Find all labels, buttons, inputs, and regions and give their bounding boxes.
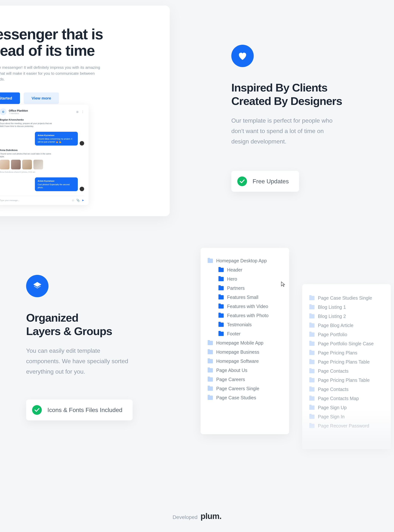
msg-text: I found some cool photos that we could t…: [0, 152, 52, 158]
folder-icon: [218, 323, 224, 327]
layer-item[interactable]: Page Pricing Plans: [309, 348, 384, 357]
folder-icon: [309, 378, 315, 382]
section-organized: Organized Layers & Groups You can easily…: [26, 275, 142, 421]
view-more-button[interactable]: View more: [24, 92, 59, 104]
layer-label: Features with Video: [227, 304, 268, 309]
layer-label: Page Blog Article: [318, 323, 353, 328]
layer-item[interactable]: Page Portfolio: [309, 330, 384, 339]
layer-item[interactable]: Page Careers Single: [208, 384, 282, 393]
svg-point-0: [90, 151, 145, 188]
layer-label: Homepage Business: [216, 350, 259, 355]
layer-label: Page Careers: [216, 377, 245, 382]
layer-item[interactable]: Page Case Studies: [208, 393, 282, 402]
svg-point-1: [96, 149, 137, 182]
folder-icon: [218, 314, 224, 318]
layer-label: Page Portfolio: [318, 332, 347, 337]
layer-item[interactable]: Features with Photo: [208, 311, 282, 320]
layer-item[interactable]: Page Blog Article: [309, 321, 384, 330]
folder-icon: [309, 305, 315, 309]
layer-item[interactable]: Page Contacts: [309, 385, 384, 394]
layer-item[interactable]: Page Case Studies Single: [309, 294, 384, 303]
msg-text: Guys about the meeting, prepare all your…: [0, 122, 52, 128]
layer-item[interactable]: Hero: [208, 274, 282, 284]
decorative-blob: [89, 123, 145, 198]
emoji-icon[interactable]: ☺: [72, 199, 74, 202]
folder-icon: [309, 396, 315, 401]
folder-icon: [218, 286, 224, 290]
layer-label: Page Pricing Plans Table: [318, 378, 370, 383]
inspired-desc: Our template is perfect for people who d…: [231, 115, 336, 147]
layer-item[interactable]: Page Pricing Plans Table: [309, 376, 384, 385]
get-started-button[interactable]: Get Started: [0, 92, 20, 104]
folder-icon: [208, 386, 213, 391]
layer-item[interactable]: Page Contacts: [309, 366, 384, 376]
cursor-icon: [281, 281, 285, 288]
layer-item[interactable]: Features Small: [208, 293, 282, 302]
layer-item[interactable]: Page Contacts Map: [309, 394, 384, 403]
layer-label: Hero: [227, 276, 237, 282]
folder-icon: [218, 304, 224, 309]
layer-item[interactable]: Homepage Business: [208, 348, 282, 357]
layer-label: Header: [227, 267, 242, 273]
check-icon: [32, 405, 42, 415]
more-icon[interactable]: ⋮: [81, 110, 84, 114]
check-icon: [237, 177, 247, 186]
chat-room-name: Office Plankton: [9, 109, 28, 112]
layer-label: Page Careers Single: [216, 386, 259, 391]
inspired-title: Inspired By Clients Created By Designers: [231, 81, 366, 108]
layer-label: Page Pricing Plans: [318, 350, 357, 355]
msg-blue-bubble: Artem Kyznetsov Cool photos! Especially …: [35, 177, 78, 191]
svg-point-6: [132, 185, 134, 187]
folder-icon: [208, 395, 213, 400]
layer-label: Page Contacts Map: [318, 396, 359, 401]
layer-item[interactable]: Page Careers: [208, 375, 282, 384]
chat-room-members: 7 members: [9, 112, 28, 114]
layer-item[interactable]: Header: [208, 265, 282, 274]
folder-icon: [309, 387, 315, 391]
layer-item[interactable]: Features with Video: [208, 302, 282, 311]
folder-icon: [208, 377, 213, 382]
layer-label: Blog Listing 2: [318, 314, 346, 319]
msg-avatar: [80, 141, 84, 146]
folder-icon: [218, 295, 224, 299]
msg-blue-bubble: Artem Kyznetsov I found ideas concerning…: [35, 132, 78, 146]
layer-item[interactable]: Homepage Mobile App: [208, 338, 282, 348]
layer-item[interactable]: Partners: [208, 284, 282, 293]
layer-item[interactable]: Blog Listing 2: [309, 312, 384, 321]
add-user-icon[interactable]: ⊕: [76, 110, 78, 114]
layer-item[interactable]: Blog Listing 1: [309, 303, 384, 312]
layer-item[interactable]: Page Portfolio Single Case: [309, 339, 384, 348]
layer-label: Page Portfolio Single Case: [318, 341, 374, 346]
layer-label: Homepage Desktop App: [216, 258, 267, 263]
layer-label: Homepage Software: [216, 359, 259, 364]
layer-item[interactable]: Footer: [208, 329, 282, 338]
organized-desc: You can easily edit template components.…: [26, 345, 131, 377]
folder-icon: [208, 341, 213, 345]
layer-item[interactable]: Page About Us: [208, 366, 282, 375]
section-inspired: Inspired By Clients Created By Designers…: [231, 45, 366, 192]
icons-fonts-badge: Icons & Fonts Files Included: [26, 400, 133, 421]
attach-icon[interactable]: 📎: [76, 199, 80, 202]
layer-item[interactable]: Page Pricing Plans Table: [309, 357, 384, 366]
layer-label: Testmonials: [227, 322, 252, 327]
chat-input[interactable]: Type your message... ☺ 📎 ➤: [0, 196, 84, 202]
layer-label: Page Contacts: [318, 368, 348, 374]
folder-icon: [218, 268, 224, 272]
svg-point-5: [130, 183, 131, 185]
folder-icon: [208, 368, 213, 372]
layer-item[interactable]: Homepage Software: [208, 357, 282, 366]
layer-label: Page Contacts: [318, 387, 348, 392]
layer-item[interactable]: Testmonials: [208, 320, 282, 329]
folder-icon: [309, 323, 315, 328]
folder-icon: [208, 259, 213, 263]
layers-tree-card-1: Homepage Desktop AppHeaderHeroPartnersFe…: [201, 248, 289, 434]
send-icon[interactable]: ➤: [82, 199, 84, 202]
layer-label: Features with Photo: [227, 313, 269, 318]
svg-point-2: [130, 159, 131, 160]
svg-point-4: [131, 169, 132, 170]
layer-item[interactable]: Homepage Desktop App: [208, 256, 282, 265]
folder-icon: [218, 332, 224, 336]
svg-point-7: [134, 188, 136, 189]
footer-credit: Developed plum.: [173, 512, 221, 521]
folder-icon: [309, 314, 315, 319]
